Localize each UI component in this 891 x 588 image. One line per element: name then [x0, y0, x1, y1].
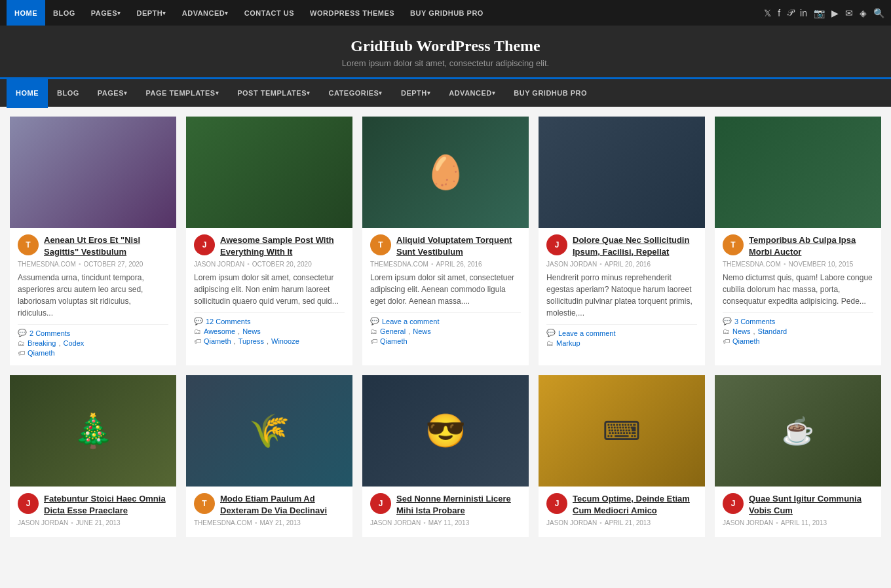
- post-image-8[interactable]: 😎: [362, 375, 529, 487]
- author-avatar-5: T: [723, 234, 744, 255]
- post-title-4[interactable]: Dolore Quae Nec Sollicitudin Ipsum, Faci…: [573, 234, 697, 257]
- post-comments-1: 💬 2 Comments: [18, 329, 168, 337]
- rss-icon[interactable]: ◈: [860, 8, 867, 18]
- post-tags-1: 🏷 Qiameth: [18, 349, 168, 357]
- post-tags-3: 🏷 Qiameth: [370, 337, 521, 345]
- nav2-pages[interactable]: PAGES: [88, 79, 137, 108]
- post-comments-5: 💬 3 Comments: [723, 317, 873, 325]
- post-meta-7: THEMESDNA.COM • MAY 21, 2013: [194, 519, 345, 526]
- post-image-4[interactable]: [539, 117, 705, 228]
- post-author-6: JASON JORDAN: [18, 519, 68, 526]
- author-avatar-1: T: [18, 234, 39, 255]
- author-avatar-4: J: [546, 234, 567, 255]
- post-image-3[interactable]: 🥚: [362, 117, 529, 228]
- post-cat-link-3a[interactable]: General: [380, 327, 406, 335]
- post-image-1[interactable]: [10, 117, 176, 228]
- post-content-6: J Fatebuntur Stoici Haec Omnia Dicta Ess…: [10, 487, 176, 537]
- post-cat-link-5b[interactable]: Standard: [758, 327, 787, 335]
- post-footer-1: 💬 2 Comments 🗂 Breaking, Codex 🏷 Qiameth: [18, 324, 168, 357]
- top-nav-pages[interactable]: PAGES: [83, 0, 129, 26]
- post-cat-link-5a[interactable]: News: [732, 327, 751, 335]
- facebook-icon[interactable]: f: [778, 8, 780, 18]
- post-title-7[interactable]: Modo Etiam Paulum Ad Dexteram De Via Dec…: [220, 493, 345, 516]
- email-icon[interactable]: ✉: [845, 8, 853, 18]
- post-cat-link-4a[interactable]: Markup: [556, 339, 580, 347]
- post-author-row-5: T Temporibus Ab Culpa Ipsa Morbi Auctor: [723, 234, 873, 257]
- post-image-9[interactable]: ⌨: [539, 375, 705, 487]
- post-meta-5: THEMESDNA.COM • NOVEMBER 10, 2015: [723, 261, 873, 268]
- post-title-2[interactable]: Awesome Sample Post With Everything With…: [220, 234, 345, 257]
- post-comments-4: 💬 Leave a comment: [546, 329, 697, 337]
- post-card-5: T Temporibus Ab Culpa Ipsa Morbi Auctor …: [715, 117, 881, 365]
- post-title-9[interactable]: Tecum Optime, Deinde Etiam Cum Mediocri …: [573, 493, 697, 516]
- post-cat-link-2b[interactable]: News: [242, 327, 261, 335]
- top-nav-blog[interactable]: BLOG: [45, 0, 83, 26]
- post-title-3[interactable]: Aliquid Voluptatem Torquent Sunt Vestibu…: [396, 234, 521, 257]
- post-comments-link-2[interactable]: 12 Comments: [206, 318, 250, 325]
- youtube-icon[interactable]: ▶: [831, 8, 839, 18]
- post-author-row-3: T Aliquid Voluptatem Torquent Sunt Vesti…: [370, 234, 521, 257]
- post-cat-link-1a[interactable]: Breaking: [28, 339, 56, 347]
- instagram-icon[interactable]: 📷: [814, 8, 825, 18]
- post-meta-1: THEMESDNA.COM • OCTOBER 27, 2020: [18, 261, 168, 268]
- post-comments-2: 💬 12 Comments: [194, 317, 345, 325]
- nav2-depth[interactable]: DEPTH: [392, 79, 440, 108]
- top-nav-wp-themes[interactable]: WORDPRESS THEMES: [302, 0, 402, 26]
- linkedin-icon[interactable]: in: [800, 8, 807, 18]
- nav2-post-templates[interactable]: POST TEMPLATES: [228, 79, 319, 108]
- twitter-icon[interactable]: 𝕏: [764, 8, 771, 18]
- nav2-home[interactable]: HOME: [7, 79, 48, 108]
- search-icon[interactable]: 🔍: [873, 8, 884, 18]
- post-comments-link-1[interactable]: 2 Comments: [29, 329, 70, 337]
- nav2-page-templates[interactable]: PAGE TEMPLATES: [136, 79, 228, 108]
- nav2-buy-pro[interactable]: BUY GRIDHUB PRO: [504, 79, 596, 108]
- post-author-site-5: THEMESDNA.COM: [723, 261, 781, 268]
- post-tag-link-2c[interactable]: Winooze: [271, 337, 299, 345]
- post-excerpt-2: Lorem ipsum dolor sit amet, consectetur …: [194, 272, 345, 307]
- post-title-5[interactable]: Temporibus Ab Culpa Ipsa Morbi Auctor: [749, 234, 873, 257]
- post-card-8: 😎 J Sed Nonne Merninisti Licere Mihi Ist…: [362, 375, 529, 537]
- post-title-6[interactable]: Fatebuntur Stoici Haec Omnia Dicta Esse …: [44, 493, 168, 516]
- post-author-9: JASON JORDAN: [546, 519, 597, 526]
- post-image-10[interactable]: ☕: [715, 375, 881, 487]
- post-tags-2: 🏷 Qiameth, Tupress, Winooze: [194, 337, 345, 345]
- post-comments-link-4[interactable]: Leave a comment: [558, 329, 615, 337]
- post-content-5: T Temporibus Ab Culpa Ipsa Morbi Auctor …: [715, 228, 881, 354]
- post-tag-link-2a[interactable]: Qiameth: [204, 337, 231, 345]
- post-date-1: OCTOBER 27, 2020: [83, 261, 143, 268]
- top-nav-advanced[interactable]: ADVANCED: [174, 0, 237, 26]
- category-icon-4: 🗂: [546, 339, 554, 347]
- post-image-5[interactable]: [715, 117, 881, 228]
- post-author-row-10: J Quae Sunt Igitur Communia Vobis Cum: [723, 493, 873, 516]
- post-cat-link-1b[interactable]: Codex: [63, 339, 84, 347]
- author-avatar-8: J: [370, 493, 391, 514]
- post-author-row-4: J Dolore Quae Nec Sollicitudin Ipsum, Fa…: [546, 234, 697, 257]
- post-title-1[interactable]: Aenean Ut Eros Et "Nisl Sagittis" Vestib…: [44, 234, 168, 257]
- top-nav-depth[interactable]: DEPTH: [128, 0, 174, 26]
- post-tag-link-3[interactable]: Qiameth: [380, 337, 408, 345]
- post-image-2[interactable]: [186, 117, 352, 228]
- post-date-3: APRIL 26, 2016: [436, 261, 482, 268]
- post-image-6[interactable]: 🎄: [10, 375, 176, 487]
- post-cat-link-3b[interactable]: News: [413, 327, 431, 335]
- tag-icon-3: 🏷: [370, 337, 377, 345]
- post-title-10[interactable]: Quae Sunt Igitur Communia Vobis Cum: [749, 493, 873, 516]
- top-nav-social-icons: 𝕏 f 𝒫 in 📷 ▶ ✉ ◈ 🔍: [764, 7, 884, 18]
- post-comments-link-3[interactable]: Leave a comment: [382, 318, 439, 325]
- post-cat-link-2a[interactable]: Awesome: [204, 327, 235, 335]
- top-nav-buy-pro[interactable]: BUY GRIDHUB PRO: [402, 0, 491, 26]
- post-tag-link-2b[interactable]: Tupress: [238, 337, 264, 345]
- post-content-9: J Tecum Optime, Deinde Etiam Cum Mediocr…: [539, 487, 705, 537]
- top-nav-contact[interactable]: CONTACT US: [237, 0, 302, 26]
- nav2-categories[interactable]: CATEGORIES: [320, 79, 392, 108]
- nav2-advanced[interactable]: ADVANCED: [440, 79, 504, 108]
- post-image-7[interactable]: 🌾: [186, 375, 352, 487]
- post-comments-link-5[interactable]: 3 Comments: [734, 318, 775, 325]
- top-nav-home[interactable]: HOME: [7, 0, 45, 26]
- post-tag-link-1[interactable]: Qiameth: [28, 349, 55, 357]
- post-tag-link-5[interactable]: Qiameth: [732, 337, 760, 345]
- nav2-blog[interactable]: BLOG: [48, 79, 88, 108]
- post-author-row-6: J Fatebuntur Stoici Haec Omnia Dicta Ess…: [18, 493, 168, 516]
- pinterest-icon[interactable]: 𝒫: [787, 7, 793, 18]
- post-title-8[interactable]: Sed Nonne Merninisti Licere Mihi Ista Pr…: [396, 493, 521, 516]
